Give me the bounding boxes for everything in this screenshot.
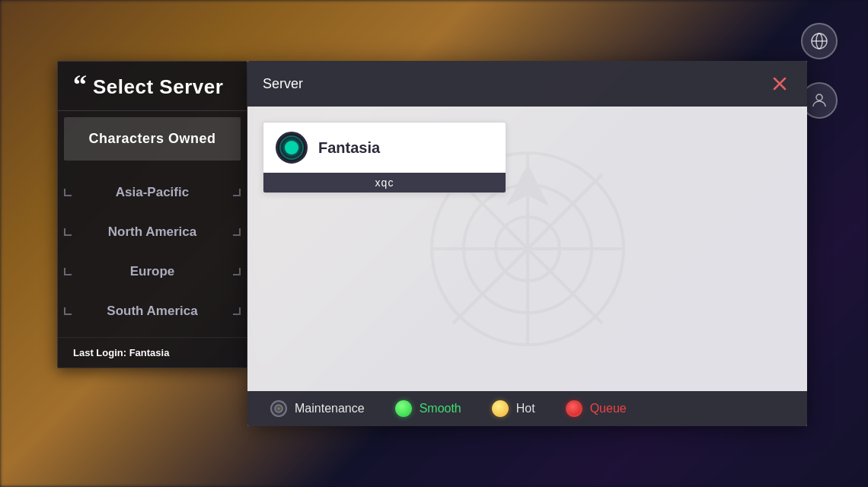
- server-item-europe[interactable]: Europe: [58, 252, 247, 291]
- svg-point-3: [816, 94, 822, 100]
- server-item-asia-pacific[interactable]: Asia-Pacific: [58, 173, 247, 212]
- globe-icon[interactable]: [801, 23, 838, 59]
- server-card[interactable]: Fantasia xqc: [263, 122, 506, 193]
- server-status-icon: [276, 132, 308, 164]
- smooth-dot: [395, 400, 412, 417]
- last-login-server: Fantasia: [129, 347, 170, 358]
- legend-item-queue: Queue: [566, 400, 627, 417]
- smooth-label: Smooth: [420, 402, 461, 415]
- panel-title: Select Server: [93, 75, 223, 99]
- quote-mark-icon: “: [73, 71, 87, 98]
- legend-item-smooth: Smooth: [395, 400, 461, 417]
- server-dialog: Server Fantasi: [247, 61, 807, 426]
- characters-owned-section[interactable]: Characters Owned: [64, 117, 241, 161]
- queue-label: Queue: [590, 402, 627, 415]
- hot-label: Hot: [516, 402, 535, 415]
- queue-dot: [566, 400, 582, 417]
- dialog-header: Server: [247, 61, 807, 107]
- hot-dot: [492, 400, 509, 417]
- server-name: Fantasia: [318, 139, 380, 157]
- panel-header: “ Select Server: [58, 62, 247, 111]
- legend-bar: Maintenance Smooth Hot Queue: [247, 391, 807, 426]
- legend-item-maintenance: Maintenance: [270, 400, 365, 417]
- server-item-south-america[interactable]: South America: [58, 291, 247, 331]
- server-list: Asia-Pacific North America Europe South …: [58, 167, 247, 337]
- last-login-prefix: Last Login:: [73, 347, 129, 358]
- server-card-main: Fantasia: [263, 123, 506, 173]
- dialog-title: Server: [263, 76, 303, 92]
- server-icon-ring: [279, 135, 304, 160]
- server-username: xqc: [263, 173, 506, 193]
- last-login-footer: Last Login: Fantasia: [58, 337, 247, 368]
- maintenance-label: Maintenance: [295, 402, 365, 415]
- legend-item-hot: Hot: [492, 400, 535, 417]
- left-panel: “ Select Server Characters Owned Asia-Pa…: [57, 61, 247, 368]
- close-button[interactable]: [767, 72, 792, 96]
- characters-owned-label: Characters Owned: [88, 131, 215, 146]
- server-item-north-america[interactable]: North America: [58, 212, 247, 252]
- maintenance-dot: [270, 400, 287, 417]
- dialog-body: Fantasia xqc: [247, 107, 807, 391]
